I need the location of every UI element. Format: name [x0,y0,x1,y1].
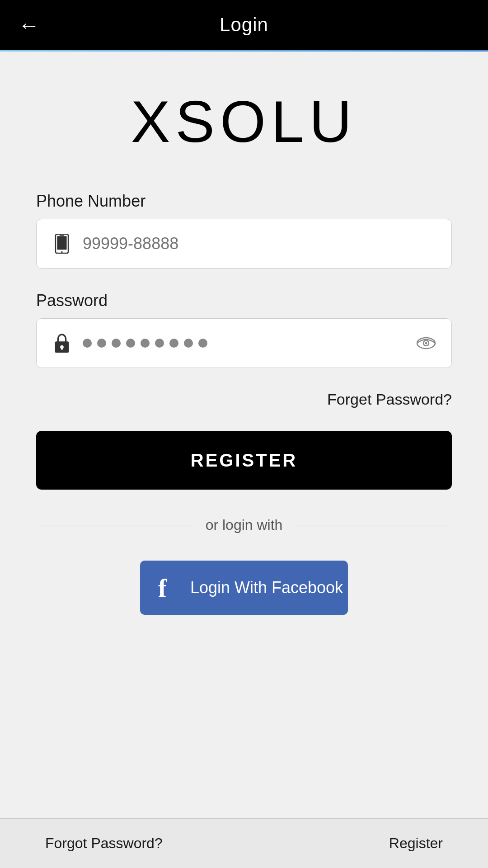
back-arrow-icon: ← [18,13,40,38]
password-dots [83,339,414,348]
svg-point-2 [61,251,63,253]
header: ← Login [0,0,488,50]
password-dot [141,339,150,348]
password-label: Password [36,291,452,310]
app-logo: XSOLU [131,88,357,156]
phone-icon [50,232,74,255]
svg-point-9 [425,342,427,344]
password-dot [126,339,135,348]
register-button[interactable]: REGISTER [36,431,452,490]
svg-rect-1 [57,236,66,250]
phone-input-wrapper [36,219,452,269]
facebook-login-button[interactable]: f Login With Facebook [140,561,348,615]
show-password-icon[interactable] [414,331,438,355]
password-dot [83,339,92,348]
password-dot [198,339,207,348]
password-dot [112,339,121,348]
main-content: XSOLU Phone Number Password [0,52,488,633]
phone-label: Phone Number [36,192,452,211]
back-button[interactable]: ← [18,13,40,38]
facebook-icon-area: f [140,561,185,615]
bottom-register-link[interactable]: Register [389,835,443,852]
facebook-f-icon: f [158,573,167,603]
login-form: Phone Number Password [36,192,452,615]
lock-icon [50,331,74,355]
forget-password-row: Forget Password? [36,391,452,408]
bottom-bar: Forgot Password? Register [0,818,488,868]
bottom-forgot-password-link[interactable]: Forgot Password? [45,835,163,852]
password-dot [155,339,164,348]
phone-input[interactable] [83,234,438,253]
password-input-wrapper [36,318,452,368]
header-title: Login [220,14,268,36]
password-dot [97,339,106,348]
svg-rect-6 [61,347,63,350]
password-dot [184,339,193,348]
divider-text: or login with [206,517,283,533]
password-dot [169,339,178,348]
forget-password-link[interactable]: Forget Password? [327,391,452,408]
facebook-btn-label: Login With Facebook [185,578,348,597]
facebook-btn-container: f Login With Facebook [36,561,452,615]
divider-line-right [296,525,452,526]
divider-line-left [36,525,192,526]
svg-rect-3 [60,235,65,236]
divider-row: or login with [36,517,452,533]
